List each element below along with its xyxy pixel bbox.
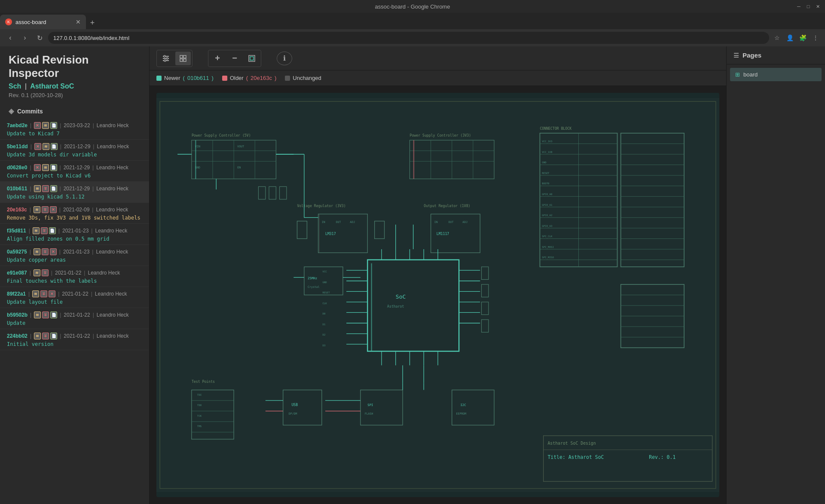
zoom-in-btn[interactable]: + — [210, 52, 225, 65]
commit-item[interactable]: 7aebd2e | ✕ ≋ 📄 | 2023-03-22 | Leandro H… — [0, 119, 149, 140]
zoom-fit-btn[interactable] — [244, 52, 260, 65]
schematic-viewer[interactable]: Astharot SoC Design Title: Astharot SoC … — [156, 93, 719, 497]
svg-text:ADJ: ADJ — [462, 220, 468, 224]
svg-text:SPI_MOSI: SPI_MOSI — [542, 246, 554, 249]
commit-hash: 5be11dd — [7, 144, 28, 150]
commit-item[interactable]: 0a59275 | ≋ ∓ ✕ | 2021-01-23 | Leandro H… — [0, 245, 149, 266]
commit-hash: 0a59275 — [7, 249, 27, 255]
commit-author: Leandro Heck — [88, 270, 120, 276]
commit-meta: 224bb02 | ≋ ∓ 📄 | 2021-01-22 | Leandro H… — [7, 333, 142, 339]
badge-diff: ∓ — [42, 206, 49, 213]
badge-diff: ∓ — [42, 248, 49, 255]
subtitle-proj: Astharot SoC — [30, 82, 74, 90]
pages-item-board[interactable]: ⊞ board — [730, 68, 822, 81]
svg-text:D2: D2 — [322, 333, 325, 336]
extensions-btn[interactable]: 🧩 — [798, 33, 808, 43]
badge-schematic: ≋ — [43, 143, 49, 150]
svg-text:GND: GND — [542, 161, 547, 164]
zoom-out-btn[interactable]: − — [227, 52, 242, 65]
bookmark-star-btn[interactable]: ☆ — [772, 33, 782, 43]
commit-msg: Update to Kicad 7 — [7, 131, 142, 137]
svg-text:EN: EN — [237, 166, 241, 169]
view-btn[interactable] — [175, 52, 191, 65]
profile-btn[interactable]: 👤 — [785, 33, 795, 43]
close-btn[interactable]: ✕ — [815, 3, 821, 9]
commit-item[interactable]: 5be11dd | ✕ ≋ 📄 | 2021-12-29 | Leandro H… — [0, 140, 149, 161]
commit-author: Leandro Heck — [97, 122, 129, 128]
svg-text:Crystal: Crystal — [308, 285, 320, 289]
svg-text:FLASH: FLASH — [365, 412, 373, 415]
svg-text:Power Supply Controller (3V3): Power Supply Controller (3V3) — [410, 133, 471, 137]
badge-file: 📄 — [50, 122, 57, 129]
commit-badges: ≋ ∓ 📄 — [34, 312, 57, 318]
schematic-svg: Astharot SoC Design Title: Astharot SoC … — [156, 93, 719, 497]
commit-item[interactable]: e91e087 | ≋ ∓ | 2021-01-22 | Leandro Hec… — [0, 266, 149, 287]
commit-item[interactable]: 20e163c | ≋ ∓ ✕ | 2021-02-09 | Leandro H… — [0, 203, 149, 224]
commit-badges: ≋ ∓ ✕ — [34, 248, 57, 255]
address-bar[interactable]: 127.0.0.1:8080/web/index.html — [48, 32, 769, 44]
back-btn[interactable]: ‹ — [4, 32, 16, 44]
svg-text:Output Regulator (1V8): Output Regulator (1V8) — [424, 204, 470, 208]
badge-schematic: ≋ — [34, 312, 41, 318]
minimize-btn[interactable]: ─ — [796, 3, 802, 9]
settings-dots-btn[interactable]: ⋮ — [810, 33, 821, 43]
svg-text:TDO: TDO — [197, 404, 202, 406]
badge-x: ✕ — [34, 143, 41, 150]
tab-close-btn[interactable]: ✕ — [76, 18, 81, 25]
commit-item[interactable]: b59502b | ≋ ∓ 📄 | 2021-01-22 | Leandro H… — [0, 308, 149, 329]
commit-item[interactable]: d0628e0 | ✕ ≋ 📄 | 2021-12-29 | Leandro H… — [0, 161, 149, 182]
forward-btn[interactable]: › — [19, 32, 31, 44]
svg-text:SPI_MISO: SPI_MISO — [542, 256, 554, 259]
commit-hash: 224bb02 — [7, 333, 28, 339]
commit-author: Leandro Heck — [97, 312, 129, 318]
maximize-btn[interactable]: □ — [805, 3, 811, 9]
commit-meta: b59502b | ≋ ∓ 📄 | 2021-01-22 | Leandro H… — [7, 312, 142, 318]
svg-text:EEPROM: EEPROM — [456, 412, 467, 415]
app-title: Kicad Revision Inspector — [9, 53, 141, 80]
badge-x: ✕ — [50, 248, 57, 255]
badge-schematic: ≋ — [34, 206, 40, 213]
toolbar-group-left — [156, 50, 192, 67]
badge-schematic: ≋ — [34, 269, 40, 276]
svg-rect-8 — [180, 59, 183, 61]
info-btn[interactable]: ℹ — [277, 52, 292, 65]
commit-date: 2021-12-29 — [64, 165, 90, 171]
commit-msg: Update 3d models dir variable — [7, 152, 142, 158]
svg-rect-7 — [183, 55, 186, 58]
commit-author: Leandro Heck — [95, 291, 127, 297]
svg-text:TDI: TDI — [197, 394, 202, 396]
badge-diff: ∓ — [42, 269, 49, 276]
commit-hash: e91e087 — [7, 270, 27, 276]
legend-unchanged-label: Unchanged — [293, 75, 321, 81]
new-tab-btn[interactable]: + — [86, 16, 99, 29]
pages-item-label: board — [743, 71, 758, 78]
svg-text:D1: D1 — [322, 323, 325, 326]
badge-file: 📄 — [50, 333, 57, 339]
badge-x: ✕ — [34, 164, 41, 171]
browser-tab[interactable]: K assoc-board ✕ — [0, 15, 86, 29]
svg-text:Rev.: 0.1: Rev.: 0.1 — [649, 454, 675, 460]
main-content: + − ℹ Newer (010b611) — [150, 46, 726, 504]
commit-msg: Align filled zones on 0.5 mm grid — [7, 236, 142, 242]
url-text: 127.0.0.1:8080/web/index.html — [53, 35, 129, 41]
svg-text:LM1117: LM1117 — [437, 232, 449, 236]
sidebar-header: Kicad Revision Inspector Sch | Astharot … — [0, 46, 149, 102]
commit-item[interactable]: 89f22a1 | ≋ ∓ ✕ | 2021-01-22 | Leandro H… — [0, 287, 149, 308]
commit-item[interactable]: 224bb02 | ≋ ∓ 📄 | 2021-01-22 | Leandro H… — [0, 329, 149, 350]
refresh-btn[interactable]: ↻ — [34, 32, 46, 44]
svg-text:LM317: LM317 — [325, 232, 336, 236]
commit-item[interactable]: f35d811 | ≋ ∓ 📄 | 2021-01-23 | Leandro H… — [0, 224, 149, 245]
svg-text:Power Supply Controller (5V): Power Supply Controller (5V) — [192, 133, 251, 137]
svg-point-3 — [164, 55, 165, 57]
commit-meta: e91e087 | ≋ ∓ | 2021-01-22 | Leandro Hec… — [7, 269, 142, 276]
settings-btn[interactable] — [158, 52, 174, 65]
commit-hash: 89f22a1 — [7, 291, 26, 297]
svg-text:25MHz: 25MHz — [308, 276, 317, 280]
browser-title: assoc-board - Google Chrome — [375, 3, 450, 10]
commit-date: 2021-01-23 — [62, 228, 89, 234]
pages-item-icon: ⊞ — [735, 71, 740, 78]
svg-text:VCC: VCC — [322, 270, 327, 273]
commit-item[interactable]: 010b611 | ≋ ∓ 📄 | 2021-12-29 | Leandro H… — [0, 182, 149, 203]
badge-schematic: ≋ — [42, 122, 49, 129]
svg-text:RESET: RESET — [542, 172, 550, 174]
